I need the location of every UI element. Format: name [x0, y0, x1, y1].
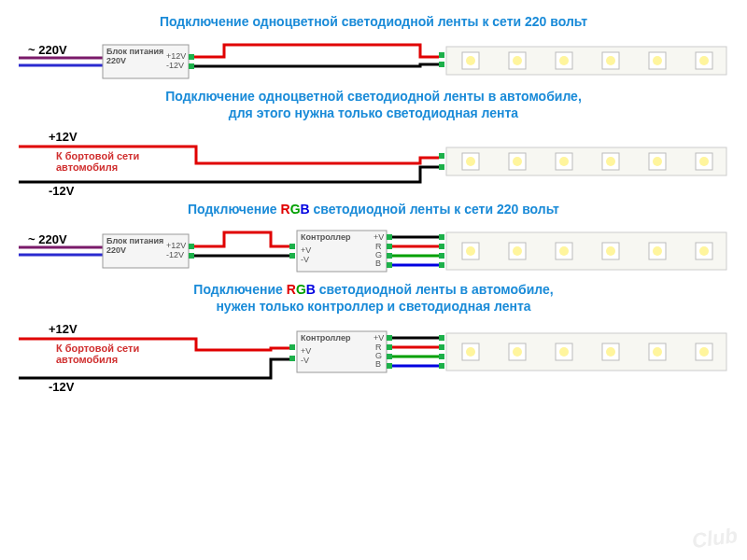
svg-point-9: [466, 56, 475, 65]
svg-rect-61: [439, 234, 444, 240]
watermark: Club: [691, 524, 740, 554]
svg-rect-55: [387, 253, 392, 259]
svg-point-32: [653, 157, 662, 166]
svg-rect-4: [189, 63, 194, 69]
svg-point-110: [653, 347, 662, 357]
svg-text:-V: -V: [301, 255, 309, 264]
diagram-2: +12V К бортовой сетиавтомобиля -12V: [19, 130, 728, 197]
svg-text:-V: -V: [301, 356, 309, 365]
svg-rect-45: [289, 253, 295, 259]
svg-rect-7: [446, 47, 726, 75]
svg-rect-96: [439, 335, 444, 341]
svg-point-73: [606, 246, 615, 256]
svg-point-108: [606, 347, 615, 357]
psu-name: Блок питания: [106, 47, 163, 56]
svg-text:-12V: -12V: [166, 250, 184, 259]
svg-rect-42: [189, 244, 194, 249]
svg-rect-98: [439, 354, 444, 359]
svg-point-69: [513, 246, 522, 256]
svg-text:B: B: [375, 359, 381, 369]
svg-rect-99: [439, 363, 444, 369]
svg-rect-65: [446, 232, 726, 270]
svg-point-15: [606, 56, 615, 65]
svg-point-19: [699, 56, 709, 65]
n12-label: -12V: [49, 184, 75, 197]
svg-rect-79: [289, 356, 295, 361]
p12-label-2: +12V: [49, 322, 78, 336]
svg-point-67: [466, 246, 475, 256]
psu-outn: -12V: [166, 61, 184, 70]
svg-text:220V: 220V: [106, 245, 126, 255]
svg-rect-3: [189, 54, 194, 60]
svg-rect-88: [387, 335, 392, 341]
svg-rect-53: [387, 234, 392, 240]
svg-rect-78: [289, 344, 295, 350]
svg-point-34: [699, 157, 709, 166]
car-net-label: К бортовой сетиавтомобиля: [56, 150, 196, 173]
svg-rect-6: [439, 62, 444, 67]
svg-rect-54: [387, 244, 392, 249]
svg-text:+V: +V: [374, 333, 384, 343]
ac-220-label-2: ~ 220V: [28, 232, 67, 246]
svg-rect-63: [439, 253, 444, 259]
svg-rect-43: [189, 253, 194, 259]
svg-point-104: [513, 347, 522, 357]
svg-point-11: [513, 56, 522, 65]
svg-point-102: [466, 347, 475, 357]
svg-rect-20: [439, 153, 444, 159]
svg-text:+V: +V: [301, 245, 311, 255]
title-3: Подключение RGB светодиодной ленты к сет…: [11, 201, 736, 217]
psu-in: 220V: [106, 56, 126, 65]
title-2: Подключение одноцветной светодиодной лен…: [11, 88, 736, 121]
svg-text:+12V: +12V: [166, 241, 186, 250]
svg-rect-90: [387, 354, 392, 359]
svg-point-106: [559, 347, 569, 357]
svg-rect-64: [439, 262, 444, 268]
svg-rect-100: [446, 333, 726, 371]
psu-outp: +12V: [166, 51, 186, 61]
svg-rect-21: [439, 164, 444, 170]
diagram-1: ~ 220V Блок питания 220V +12V -12V: [19, 37, 728, 84]
svg-point-24: [466, 157, 475, 166]
ctrl-name: Контроллер: [301, 232, 351, 242]
diagram-3: ~ 220V Блок питания 220V +12V -12V Контр…: [19, 225, 728, 277]
ac-220-label: ~ 220V: [28, 43, 67, 57]
title-4: Подключение RGB светодиодной ленты в авт…: [11, 281, 736, 315]
svg-rect-56: [387, 262, 392, 268]
svg-rect-22: [446, 147, 726, 175]
diagram-4: +12V К бортовой сетиавтомобиля -12V Конт…: [19, 322, 728, 395]
svg-point-71: [559, 246, 569, 256]
svg-text:+V: +V: [374, 232, 384, 242]
svg-text:+V: +V: [301, 346, 311, 356]
svg-rect-62: [439, 244, 444, 249]
p12-label: +12V: [49, 130, 78, 144]
svg-point-13: [559, 56, 569, 65]
svg-text:Блок питания: Блок питания: [106, 236, 163, 245]
svg-rect-44: [289, 244, 295, 249]
n12-label-2: -12V: [49, 380, 75, 394]
svg-point-26: [513, 157, 522, 166]
title-1: Подключение одноцветной светодиодной лен…: [11, 13, 736, 30]
svg-point-75: [653, 246, 662, 256]
svg-point-112: [699, 347, 709, 357]
svg-text:B: B: [375, 259, 381, 268]
svg-rect-91: [387, 363, 392, 369]
svg-rect-89: [387, 344, 392, 350]
car-net-label-2: К бортовой сетиавтомобиля: [56, 343, 196, 365]
svg-rect-5: [439, 52, 444, 58]
svg-point-77: [699, 246, 709, 256]
svg-text:Контроллер: Контроллер: [301, 333, 351, 343]
svg-point-30: [606, 157, 615, 166]
svg-point-17: [653, 56, 662, 65]
svg-point-28: [559, 157, 569, 166]
svg-rect-97: [439, 344, 444, 350]
